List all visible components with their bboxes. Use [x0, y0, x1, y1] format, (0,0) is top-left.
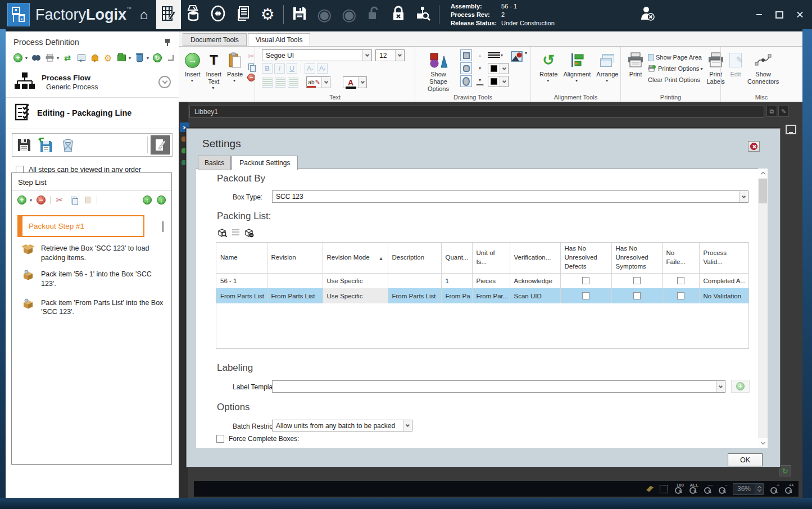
bold-button[interactable]: B [262, 63, 273, 74]
font-size-select[interactable]: 12 [375, 49, 405, 61]
column-header[interactable]: Revision Mode▲ [323, 243, 388, 273]
pages-button[interactable]: ⧉ [766, 106, 777, 117]
show-page-area-button[interactable]: Show Page Area [648, 52, 702, 62]
add-step-caret-icon[interactable]: ▾ [30, 198, 32, 203]
packing-cell[interactable]: 56 - 1 [216, 273, 267, 288]
italic-button[interactable]: I [274, 63, 285, 74]
column-header[interactable]: Has No Unresolved Symptoms [611, 243, 662, 273]
column-header[interactable]: Quant... [441, 243, 472, 273]
chevron-down-icon[interactable] [716, 381, 725, 392]
add-process-button[interactable]: + [13, 53, 23, 63]
column-header[interactable]: Revision [267, 243, 323, 273]
edit-button[interactable]: Edit [727, 49, 745, 79]
active-step[interactable]: Packout Step #1 [17, 215, 144, 237]
highlight-color-button[interactable]: ab✎ [306, 76, 330, 88]
arrange-button[interactable]: Arrange▾ [593, 49, 621, 85]
line-style-button[interactable]: ▾ [488, 49, 509, 61]
show-connectors-button[interactable]: Show Connectors [745, 49, 782, 87]
label-template-select[interactable] [272, 380, 725, 393]
packing-cell[interactable]: Use Specific [323, 273, 388, 288]
document-name-field[interactable]: Libbey1 [189, 106, 764, 118]
insert-text-button[interactable]: T Insert Text▾ [203, 49, 225, 92]
font-family-select[interactable]: Segoe UI [262, 49, 372, 61]
packing-cell[interactable] [662, 288, 699, 303]
brush-icon[interactable] [646, 486, 654, 492]
packing-cell[interactable] [611, 273, 662, 288]
save-step-button[interactable] [15, 135, 34, 154]
fill-color-button[interactable] [488, 76, 509, 87]
collapse-button[interactable] [166, 53, 176, 63]
paste-button[interactable] [83, 195, 93, 205]
tab-packout-settings[interactable]: Packout Settings [232, 156, 298, 170]
packing-cell[interactable]: Pieces [472, 273, 510, 288]
shape-rectangle-button[interactable] [460, 49, 472, 61]
alignment-button[interactable]: Alignment▾ [560, 49, 593, 85]
align-left-button[interactable] [262, 78, 273, 88]
process-flow-item[interactable]: Process Flow Generic Process [6, 68, 179, 97]
find-button[interactable] [31, 53, 41, 63]
lock-close-button[interactable] [386, 0, 411, 29]
chevron-down-icon[interactable] [500, 76, 508, 87]
feeder-setup-button[interactable] [181, 0, 206, 29]
column-header[interactable]: Unit of Is... [472, 243, 510, 273]
packing-cell[interactable]: From Parts List [388, 288, 441, 303]
dialog-close-button[interactable] [748, 141, 760, 152]
pin-icon[interactable] [164, 39, 171, 46]
chevron-down-icon[interactable] [500, 63, 508, 74]
step-item[interactable]: Retrieve the Box 'SCC 123' to load packi… [12, 239, 171, 265]
step-item[interactable]: Pack item '56 - 1' into the Box 'SCC 123… [12, 265, 171, 291]
column-header[interactable]: Has No Unresolved Defects [560, 243, 611, 273]
scroll-up-button[interactable] [758, 169, 768, 178]
copy-button[interactable] [69, 195, 79, 205]
column-header[interactable]: No Faile... [662, 243, 699, 273]
packing-cell[interactable]: 1 [441, 273, 472, 288]
zoom-in-button[interactable]: + [770, 485, 778, 493]
cell-checkbox[interactable] [677, 277, 684, 284]
maximize-button[interactable] [775, 10, 784, 19]
process-editor-button[interactable] [156, 0, 181, 29]
cell-checkbox[interactable] [677, 292, 684, 299]
print-button[interactable] [44, 53, 55, 63]
expand-circle-icon[interactable] [158, 76, 171, 88]
zoom-spinner-arrows[interactable] [755, 484, 763, 494]
column-header[interactable]: Name [216, 243, 267, 273]
line-color-button[interactable] [488, 63, 509, 74]
move-up-button[interactable]: ↑ [142, 195, 152, 205]
find-box-button[interactable] [216, 228, 228, 238]
import-step-button[interactable] [37, 135, 56, 154]
save-button[interactable] [287, 0, 312, 29]
packing-cell[interactable]: Completed A... [699, 273, 749, 288]
move-down-button[interactable]: ↓ [156, 195, 166, 205]
remove-step-button[interactable]: − [36, 195, 46, 205]
packing-cell[interactable] [611, 288, 662, 303]
zoom-out-fast-button[interactable]: −− [704, 485, 712, 493]
force-complete-checkbox[interactable] [216, 435, 224, 443]
logout-button[interactable] [635, 0, 660, 29]
grow-font-button[interactable]: A▴ [305, 63, 315, 74]
redo-button[interactable]: ◉ [337, 0, 361, 29]
chevron-down-icon[interactable] [395, 50, 404, 61]
list-view-button[interactable] [230, 228, 241, 238]
tab-document-tools[interactable]: Document Tools [183, 33, 247, 46]
paste-button[interactable]: Paste▾ [224, 49, 246, 85]
tab-visual-aid-tools[interactable]: Visual Aid Tools [248, 33, 311, 46]
shrink-font-button[interactable]: A▾ [317, 63, 328, 74]
printer-options-button[interactable]: Printer Options ▾ [648, 63, 702, 74]
chevron-down-icon[interactable] [362, 50, 371, 61]
navigate-button[interactable] [206, 0, 230, 29]
add-step-button[interactable]: + [17, 195, 27, 205]
delete-step-button[interactable] [58, 135, 78, 154]
dialog-scrollbar[interactable] [758, 169, 768, 448]
home-button[interactable]: ⌂ [131, 0, 156, 29]
cell-checkbox[interactable] [633, 292, 641, 299]
delete-caret-icon[interactable]: ▾ [147, 56, 149, 61]
column-header[interactable]: Process Valid... [699, 243, 749, 273]
documents-button[interactable] [230, 0, 255, 29]
packing-cell[interactable] [267, 273, 323, 288]
chevron-down-icon[interactable] [321, 77, 330, 88]
column-header[interactable]: Verification... [510, 243, 560, 273]
column-header[interactable]: Description [388, 243, 441, 273]
settings-button[interactable]: ⚙ [255, 0, 280, 29]
zoom-level-spinner[interactable]: 36% [733, 483, 764, 495]
shape-more-button[interactable]: ▾ [476, 75, 484, 85]
